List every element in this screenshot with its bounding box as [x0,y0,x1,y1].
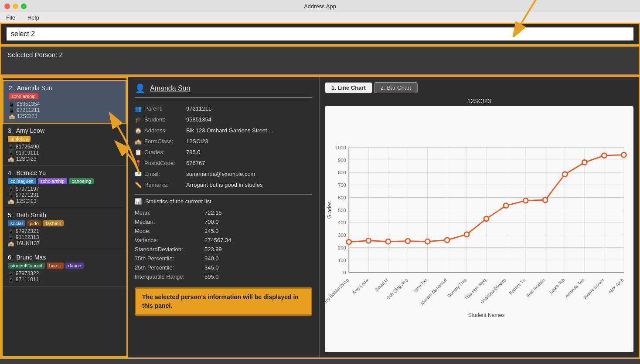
class-icon: 🏫 [8,198,14,204]
formclass-icon: 🏫 [135,138,142,145]
svg-point-49 [484,216,489,221]
phone-number: 📱 97972321 [8,228,121,234]
stats-title: Statistics of the current list [145,198,211,205]
list-item[interactable]: 4. Bernice Yu colleaguesscholarshipcanoe… [3,166,126,208]
chart-title: 12SCI23 [325,98,633,104]
command-input[interactable] [7,27,633,40]
stat-p75-value: 940.0 [204,255,219,262]
value-postal: 676767 [186,160,205,166]
phone-icon: 📱 [8,277,14,283]
close-button[interactable] [4,3,10,9]
phone-number: 📱 97271231 [8,192,121,198]
postal-icon: 📍 [135,160,142,166]
detail-postal-row: 📍 PostalCode: 676767 [135,158,312,169]
phone-number: 📱 91122313 [8,234,121,240]
label-email: ✉️ Email: [135,171,183,177]
list-item[interactable]: 5. Beth Smith socialjudofashion 📱 979723… [3,208,126,250]
person-name: 4. Bernice Yu [8,169,121,176]
stat-p25-value: 345.0 [204,264,219,271]
svg-text:500: 500 [338,208,346,213]
phone-icon: 📱 [8,271,14,276]
tag: ban... [47,263,64,269]
tag: judo [27,220,41,226]
title-bar: Address App [0,0,640,12]
list-item[interactable]: 2. Amanda Sun scholarship 📱 95851354 📱 9… [3,80,126,124]
stat-p25-label: 25th Percentile: [135,264,204,271]
menu-bar: File Help [0,12,640,23]
phone-icon: 📱 [9,108,15,113]
label-grades: 📋 Grades: [135,149,183,155]
stat-p25: 25th Percentile: 345.0 [135,263,312,272]
tab-bar-chart[interactable]: 2. Bar Chart [374,82,418,93]
stat-mode-label: Mode: [135,228,204,234]
stat-variance-value: 274567.34 [204,237,231,243]
stat-stddev: StandardDeviation: 523.99 [135,245,312,254]
tag: dance [65,263,84,269]
label-remarks: ✏️ Remarks: [135,182,183,188]
stats-header: 📊 Statistics of the current list [135,198,312,205]
menu-file[interactable]: File [3,13,18,22]
tag: studentCouncil [8,263,45,269]
maximize-button[interactable] [21,3,27,9]
detail-remarks-row: ✏️ Remarks: Arrogant but is good in stud… [135,179,312,190]
svg-text:Goh Qing Jing: Goh Qing Jing [385,277,409,300]
list-item[interactable]: 6. Bruno Mas studentCouncilban...dance 📱… [3,250,126,286]
person-name: 2. Amanda Sun [9,84,120,91]
person-name: 5. Beth Smith [8,212,121,219]
svg-text:Amy Leow: Amy Leow [351,277,369,295]
person-name: 3. Amy Leow [8,127,121,134]
stat-mode-value: 245.0 [204,228,219,234]
svg-text:600: 600 [338,195,346,200]
selected-panel: Selected Person: 2 [0,45,640,76]
svg-text:400: 400 [338,220,346,225]
person-name: 6. Bruno Mas [8,254,121,261]
main-content: 2. Amanda Sun scholarship 📱 95851354 📱 9… [0,76,640,359]
person-list[interactable]: 2. Amanda Sun scholarship 📱 95851354 📱 9… [1,77,128,357]
svg-text:700: 700 [338,182,346,188]
stat-stddev-label: StandardDeviation: [135,246,204,253]
svg-text:Dorothy Thia: Dorothy Thia [446,277,467,298]
class-info: 🏫16UNI137 [8,240,121,246]
svg-text:Alex Yeoh: Alex Yeoh [607,277,624,294]
svg-text:Bernice Yu: Bernice Yu [508,277,526,296]
value-grades: 785.0 [186,149,201,155]
class-info: 🏫12SCI23 [8,156,121,162]
tag: scholarship [38,178,68,184]
phone-number: 📱 97211211 [9,107,120,113]
tab-line-chart[interactable]: 1. Line Chart [325,82,372,93]
svg-text:Ifran Ibrahim: Ifran Ibrahim [525,277,546,298]
list-item[interactable]: 3. Amy Leow athletics 📱 81726490 📱 91919… [3,124,126,166]
svg-text:Amanda Sun: Amanda Sun [564,277,585,298]
tag: athletics [8,136,31,142]
stat-p75: 75th Percentile: 940.0 [135,254,312,263]
svg-text:1000: 1000 [335,145,346,150]
class-info: 🏫12SCI23 [8,198,121,204]
stat-iqr-value: 595.0 [204,273,219,280]
stat-mean: Mean: 722.15 [135,208,312,217]
phone-icon: 📱 [8,186,14,192]
detail-student-row: 🎓 Student: 95851354 [135,114,312,125]
svg-point-56 [621,152,626,157]
svg-point-54 [582,160,587,165]
chart-container: 01002003004005006007008009001000 Grades … [325,106,633,352]
phone-number: 📱 97971197 [8,186,121,192]
detail-header: 👤 Amanda Sun [135,83,312,98]
minimize-button[interactable] [13,3,18,9]
stat-stddev-value: 523.99 [204,246,222,253]
svg-text:Grades: Grades [327,201,333,219]
phone-icon: 📱 [8,229,14,234]
stat-variance: Variance: 274567.34 [135,236,312,245]
menu-help[interactable]: Help [25,13,42,22]
stat-iqr: Interquartile Range: 595.0 [135,272,312,281]
class-icon: 🏫 [8,240,14,246]
stat-iqr-label: Interquartile Range: [135,273,204,280]
right-panel: 👤 Amanda Sun 👥 Parent: 97211211 🎓 [128,77,639,357]
svg-text:100: 100 [338,258,346,263]
svg-point-53 [562,172,567,177]
stats-icon: 📊 [135,198,142,205]
stat-median-value: 700.0 [204,219,219,225]
value-address: Blk 123 Orchard Gardens Street ... [186,127,273,134]
label-formclass: 🏫 FormClass: [135,138,183,145]
svg-text:Lynn Tan: Lynn Tan [412,277,428,293]
svg-point-47 [445,238,449,243]
